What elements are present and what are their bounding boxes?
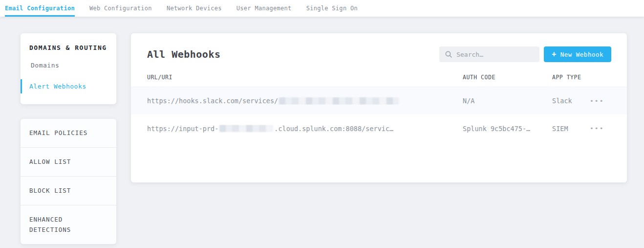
auth-code-cell: N/A xyxy=(463,97,552,105)
webhook-url-cell: https://input-prd- .cloud.splunk.com:808… xyxy=(147,125,463,133)
auth-code-cell: Splunk 9c5bc475-… xyxy=(463,125,552,133)
table-row[interactable]: https://hooks.slack.com/services/ N/A Sl… xyxy=(131,87,627,114)
domains-routing-card: DOMAINS & ROUTING Domains Alert Webhooks xyxy=(21,33,116,104)
sidebar-item-allow-list[interactable]: ALLOW LIST xyxy=(21,148,116,177)
search-box[interactable] xyxy=(439,46,539,62)
table-header: URL/URI AUTH CODE APP TYPE xyxy=(131,74,627,87)
new-webhook-button-label: New Webhook xyxy=(560,51,603,58)
sidebar: DOMAINS & ROUTING Domains Alert Webhooks… xyxy=(21,33,116,244)
app-type-cell: SIEM xyxy=(552,125,589,133)
panel-header: All Webhooks + New Webhook xyxy=(131,33,627,74)
redacted-url-segment xyxy=(219,125,273,132)
column-header-url: URL/URI xyxy=(147,74,463,81)
page-title: All Webhooks xyxy=(147,48,221,60)
sidebar-item-domains[interactable]: Domains xyxy=(21,58,116,72)
sidebar-item-alert-webhooks[interactable]: Alert Webhooks xyxy=(21,79,116,93)
webhook-url-suffix: .cloud.splunk.com:8088/servic… xyxy=(274,125,393,133)
tab-web-configuration[interactable]: Web Configuration xyxy=(89,0,152,17)
policy-sections-card: EMAIL POLICIES ALLOW LIST BLOCK LIST ENH… xyxy=(21,119,116,244)
sidebar-item-block-list[interactable]: BLOCK LIST xyxy=(21,177,116,205)
column-header-app-type: APP TYPE xyxy=(552,74,589,81)
tab-user-management[interactable]: User Management xyxy=(236,0,292,17)
row-actions-ellipsis-icon[interactable]: ••• xyxy=(589,95,605,107)
webhook-url-prefix: https://input-prd- xyxy=(147,125,218,133)
sidebar-item-enhanced-detections[interactable]: ENHANCED DETECTIONS xyxy=(21,205,116,244)
tab-single-sign-on[interactable]: Single Sign On xyxy=(306,0,358,17)
search-input[interactable] xyxy=(456,51,535,58)
sidebar-item-enhanced-detections-label: ENHANCED DETECTIONS xyxy=(29,214,90,235)
tab-email-configuration[interactable]: Email Configuration xyxy=(5,0,75,17)
domains-routing-heading: DOMAINS & ROUTING xyxy=(21,44,116,51)
top-nav: Email Configuration Web Configuration Ne… xyxy=(0,0,644,17)
header-actions: + New Webhook xyxy=(439,46,611,62)
table-row[interactable]: https://input-prd- .cloud.splunk.com:808… xyxy=(131,114,627,142)
column-header-auth-code: AUTH CODE xyxy=(463,74,552,81)
webhook-url-cell: https://hooks.slack.com/services/ xyxy=(147,97,463,105)
sidebar-item-email-policies[interactable]: EMAIL POLICIES xyxy=(21,119,116,148)
plus-icon: + xyxy=(552,51,557,58)
new-webhook-button[interactable]: + New Webhook xyxy=(544,46,611,62)
app-type-cell: Slack xyxy=(552,97,589,105)
row-actions-ellipsis-icon[interactable]: ••• xyxy=(589,123,605,134)
tab-network-devices[interactable]: Network Devices xyxy=(167,0,222,17)
redacted-url-segment xyxy=(279,97,399,105)
webhook-url-prefix: https://hooks.slack.com/services/ xyxy=(147,97,278,105)
webhooks-panel: All Webhooks + New Webhook URL/URI AUTH … xyxy=(131,33,627,182)
search-icon xyxy=(445,51,452,58)
